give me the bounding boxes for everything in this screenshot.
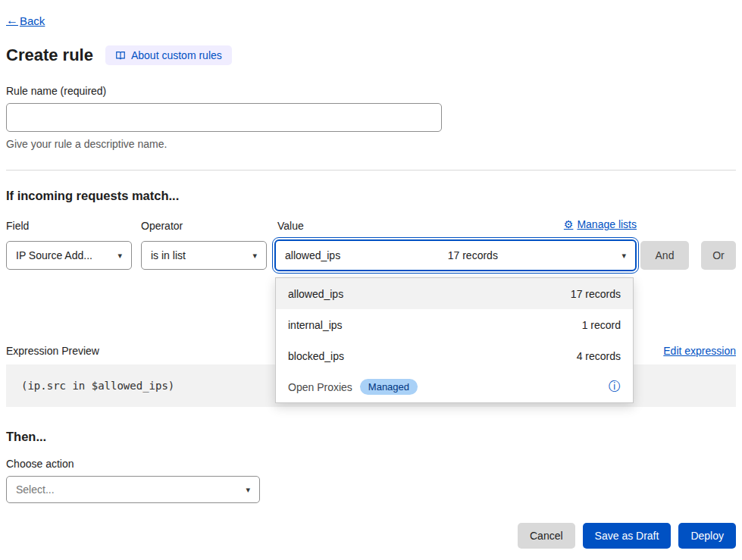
list-records: 1 record — [582, 319, 621, 331]
rule-name-help: Give your rule a descriptive name. — [6, 138, 736, 150]
operator-selected-value: is in list — [151, 249, 186, 261]
value-selected-records: 17 records — [448, 249, 509, 261]
list-name: Open Proxies — [288, 381, 352, 393]
chevron-down-icon: ▾ — [246, 251, 257, 261]
value-select[interactable]: allowed_ips 17 records ▾ — [274, 239, 637, 271]
rule-name-label: Rule name (required) — [6, 85, 736, 97]
edit-expression-link[interactable]: Edit expression — [663, 345, 736, 357]
section-divider — [6, 170, 736, 171]
action-placeholder: Select... — [16, 483, 55, 496]
gear-icon: ⚙ — [564, 218, 574, 230]
manage-lists-label: Manage lists — [577, 218, 637, 230]
operator-select[interactable]: is in list ▾ — [141, 241, 267, 270]
rule-name-input[interactable] — [6, 103, 442, 132]
field-label: Field — [6, 220, 29, 232]
list-records: 4 records — [577, 350, 621, 362]
managed-badge: Managed — [360, 379, 418, 395]
info-icon[interactable]: ⓘ — [609, 379, 621, 395]
create-rule-page: ←Back Create rule About custom rules Rul… — [0, 0, 742, 560]
list-name: blocked_ips — [288, 350, 344, 362]
action-select[interactable]: Select... ▾ — [6, 476, 260, 503]
chevron-down-icon: ▾ — [615, 251, 626, 261]
chevron-down-icon: ▾ — [240, 485, 250, 495]
field-select[interactable]: IP Source Add... ▾ — [6, 241, 132, 270]
operator-label: Operator — [141, 220, 183, 232]
list-item-internal-ips[interactable]: internal_ips 1 record — [276, 309, 633, 340]
cancel-button[interactable]: Cancel — [518, 523, 575, 549]
list-name: internal_ips — [288, 319, 343, 331]
value-selected-name: allowed_ips — [285, 249, 340, 261]
list-item-allowed-ips[interactable]: allowed_ips 17 records — [276, 278, 633, 309]
or-button[interactable]: Or — [701, 241, 736, 270]
expression-preview-label: Expression Preview — [6, 345, 99, 357]
then-section-title: Then... — [6, 430, 736, 444]
manage-lists-link[interactable]: ⚙ Manage lists — [564, 218, 637, 230]
chevron-down-icon: ▾ — [111, 251, 122, 261]
page-title: Create rule — [6, 45, 93, 65]
and-button[interactable]: And — [640, 241, 689, 270]
list-item-open-proxies[interactable]: Open Proxies Managed ⓘ — [276, 371, 633, 402]
rule-name-block: Rule name (required) Give your rule a de… — [6, 85, 736, 150]
choose-action-label: Choose action — [6, 458, 736, 470]
deploy-button[interactable]: Deploy — [678, 523, 736, 549]
list-item-blocked-ips[interactable]: blocked_ips 4 records — [276, 340, 633, 371]
about-label: About custom rules — [131, 49, 222, 61]
footer-actions: Cancel Save as Draft Deploy — [6, 523, 736, 549]
value-label: Value — [277, 220, 304, 232]
left-arrow-icon: ← — [6, 14, 18, 27]
back-label: Back — [20, 14, 45, 27]
field-selected-value: IP Source Add... — [16, 249, 92, 261]
match-builder: Field Operator Value ⚙ Manage lists IP S… — [6, 220, 736, 273]
title-row: Create rule About custom rules — [6, 45, 736, 65]
list-item-left: Open Proxies Managed — [288, 379, 418, 395]
list-name: allowed_ips — [288, 288, 343, 300]
about-custom-rules-link[interactable]: About custom rules — [105, 45, 232, 65]
save-as-draft-button[interactable]: Save as Draft — [583, 523, 672, 549]
back-link[interactable]: ←Back — [6, 14, 45, 27]
value-dropdown-menu: allowed_ips 17 records internal_ips 1 re… — [275, 277, 634, 403]
expression-code-text: (ip.src in $allowed_ips) — [21, 380, 174, 392]
match-section-title: If incoming requests match... — [6, 189, 736, 203]
book-icon — [115, 50, 126, 61]
list-records: 17 records — [571, 288, 621, 300]
